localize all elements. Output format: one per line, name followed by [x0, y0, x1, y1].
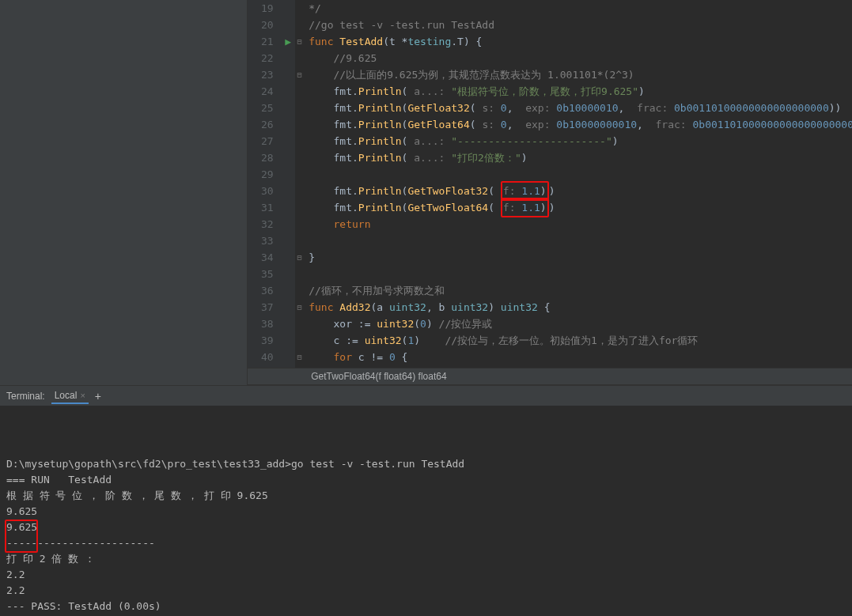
terminal-tab-local[interactable]: Local ×: [51, 388, 89, 404]
close-icon[interactable]: ×: [80, 391, 85, 400]
app-root: 1920212223242526272829303132333435363738…: [0, 0, 852, 616]
editor-row: 1920212223242526272829303132333435363738…: [0, 0, 852, 385]
gutter-line-numbers: 1920212223242526272829303132333435363738…: [248, 0, 281, 368]
terminal-highlight-box: [5, 520, 38, 553]
add-terminal-button[interactable]: +: [95, 390, 101, 402]
gutter-fold-icons[interactable]: ⊟⊟⊟⊟⊟: [295, 0, 304, 368]
code-text[interactable]: *///go test -v -test.run TestAddfunc Tes…: [304, 0, 852, 368]
breadcrumb[interactable]: GetTwoFloat64(f float64) float64: [248, 368, 852, 385]
project-tool-pane[interactable]: [0, 0, 248, 385]
code-editor[interactable]: 1920212223242526272829303132333435363738…: [248, 0, 852, 368]
breadcrumb-text: GetTwoFloat64(f float64) float64: [311, 371, 446, 382]
terminal-output[interactable]: D:\mysetup\gopath\src\fd2\pro_test\test3…: [0, 406, 852, 616]
terminal-tabs: Terminal: Local × +: [0, 385, 852, 406]
gutter-run-icons[interactable]: ▶: [282, 0, 295, 368]
editor-pane: 1920212223242526272829303132333435363738…: [248, 0, 852, 385]
terminal-tab-label: Local: [55, 390, 78, 401]
terminal-label: Terminal:: [6, 391, 45, 402]
